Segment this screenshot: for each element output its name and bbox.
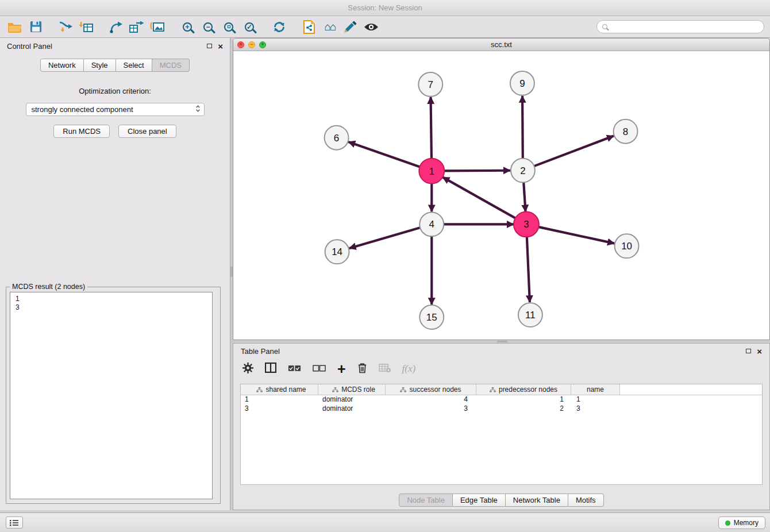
show-hide-eye-icon[interactable] [361, 18, 382, 36]
run-mcds-button[interactable]: Run MCDS [53, 125, 110, 138]
network-canvas[interactable]: 1234678910111415 [233, 51, 769, 340]
table-row[interactable]: 1 dominator 4 1 1 [241, 395, 762, 404]
select-all-columns-icon[interactable] [288, 364, 301, 374]
network-window-title: scc.txt [233, 40, 769, 49]
cell-successor-nodes[interactable]: 4 [386, 395, 476, 404]
edge-1-7[interactable] [431, 97, 432, 159]
app-titlebar[interactable]: Session: New Session [0, 0, 770, 16]
search-input[interactable] [610, 21, 764, 32]
cell-predecessor-nodes[interactable]: 1 [476, 395, 571, 404]
search-box[interactable] [596, 20, 764, 33]
home-layout-icon[interactable]: ⌂⌂ [319, 18, 340, 36]
apply-style-brush-icon[interactable] [340, 18, 361, 36]
network-graph[interactable]: 1234678910111415 [233, 51, 769, 340]
zoom-in-icon[interactable]: + [177, 18, 198, 36]
node-label: 2 [520, 165, 525, 176]
edge-4-14[interactable] [349, 228, 420, 248]
float-table-panel-icon[interactable] [746, 349, 751, 353]
table-panel-tabs: Node Table Edge Table Network Table Moti… [233, 494, 769, 507]
graph-node-4[interactable]: 4 [419, 212, 444, 236]
mcds-result-item: 3 [16, 303, 207, 312]
column-header-shared-name[interactable]: shared name [241, 384, 318, 395]
cell-shared-name[interactable]: 3 [241, 404, 318, 414]
mcds-result-list[interactable]: 1 3 [10, 292, 213, 499]
import-table-icon[interactable] [76, 18, 97, 36]
zoom-fit-icon[interactable] [218, 18, 239, 36]
graph-node-8[interactable]: 8 [614, 119, 638, 144]
tab-motifs[interactable]: Motifs [568, 494, 604, 507]
cell-shared-name[interactable]: 1 [241, 395, 318, 404]
search-icon [602, 24, 607, 29]
network-window-titlebar[interactable]: scc.txt [233, 38, 769, 51]
tab-select[interactable]: Select [116, 59, 152, 72]
cell-name[interactable]: 1 [571, 395, 620, 404]
close-mcds-panel-button[interactable]: Close panel [118, 125, 176, 138]
close-panel-icon[interactable]: × [218, 42, 223, 51]
cell-mcds-role[interactable]: dominator [318, 404, 386, 414]
graph-node-3[interactable]: 3 [514, 211, 539, 237]
show-columns-icon[interactable] [265, 363, 276, 375]
open-session-document-icon[interactable] [299, 18, 319, 36]
cell-name[interactable]: 3 [571, 404, 620, 414]
graph-node-11[interactable]: 11 [518, 303, 542, 327]
table-row[interactable]: 3 dominator 3 2 3 [241, 404, 762, 414]
edge-3-11[interactable] [527, 236, 530, 302]
column-tree-icon [490, 387, 496, 392]
save-session-icon[interactable] [25, 18, 46, 36]
edge-2-3[interactable] [523, 183, 525, 212]
optimization-criterion-label: Optimization criterion: [0, 87, 230, 95]
node-label: 3 [523, 219, 529, 230]
zoom-selected-icon[interactable]: ✓ [239, 18, 260, 36]
tab-node-table[interactable]: Node Table [399, 494, 453, 507]
column-header-name[interactable]: name [571, 384, 620, 395]
cell-successor-nodes[interactable]: 3 [386, 404, 476, 414]
tab-mcds[interactable]: MCDS [152, 59, 190, 72]
column-header-mcds-role[interactable]: MCDS role [318, 384, 386, 395]
export-network-icon[interactable] [106, 18, 126, 36]
graph-node-1[interactable]: 1 [419, 159, 444, 184]
graph-node-6[interactable]: 6 [325, 126, 349, 150]
node-label: 8 [623, 126, 628, 137]
task-history-button[interactable] [6, 516, 23, 529]
edge-1-2[interactable] [444, 171, 510, 171]
tab-edge-table[interactable]: Edge Table [453, 494, 506, 507]
close-table-panel-icon[interactable]: × [757, 347, 762, 356]
cell-predecessor-nodes[interactable]: 2 [476, 404, 571, 414]
zoom-out-icon[interactable]: − [198, 18, 218, 36]
cell-mcds-role[interactable]: dominator [318, 395, 386, 404]
edge-3-1[interactable] [442, 177, 515, 218]
graph-node-14[interactable]: 14 [325, 240, 349, 264]
float-panel-icon[interactable] [207, 44, 212, 48]
tab-network-table[interactable]: Network Table [506, 494, 568, 507]
table-panel: Table Panel × + f(x) [233, 343, 770, 510]
refresh-view-icon[interactable] [269, 18, 290, 36]
column-header-predecessor-nodes[interactable]: predecessor nodes [476, 384, 571, 395]
criterion-select[interactable]: strongly connected component [26, 103, 205, 116]
open-folder-icon[interactable] [5, 18, 25, 36]
deselect-all-columns-icon[interactable] [313, 364, 326, 374]
graph-node-7[interactable]: 7 [418, 72, 442, 97]
edge-1-6[interactable] [348, 142, 420, 167]
memory-button[interactable]: Memory [718, 516, 765, 529]
column-header-successor-nodes[interactable]: successor nodes [386, 384, 476, 395]
export-image-icon[interactable] [147, 18, 168, 36]
delete-column-trash-icon[interactable] [357, 362, 367, 376]
graph-node-2[interactable]: 2 [511, 159, 535, 183]
import-network-icon[interactable] [55, 18, 76, 36]
column-tree-icon [332, 387, 338, 392]
function-builder-icon: f(x) [402, 363, 416, 375]
table-settings-gear-icon[interactable] [242, 363, 253, 376]
table-panel-title: Table Panel [241, 347, 280, 356]
edge-2-9[interactable] [522, 96, 523, 159]
create-column-plus-icon[interactable]: + [337, 362, 346, 376]
graph-node-15[interactable]: 15 [419, 305, 444, 329]
tab-network[interactable]: Network [40, 59, 84, 72]
edge-2-8[interactable] [534, 136, 614, 167]
graph-node-9[interactable]: 9 [510, 71, 534, 95]
column-tree-icon [256, 387, 263, 392]
edge-3-10[interactable] [538, 227, 614, 244]
splitter-grip[interactable] [497, 341, 507, 342]
graph-node-10[interactable]: 10 [615, 234, 639, 258]
tab-style[interactable]: Style [84, 59, 116, 72]
export-table-icon[interactable] [126, 18, 147, 36]
